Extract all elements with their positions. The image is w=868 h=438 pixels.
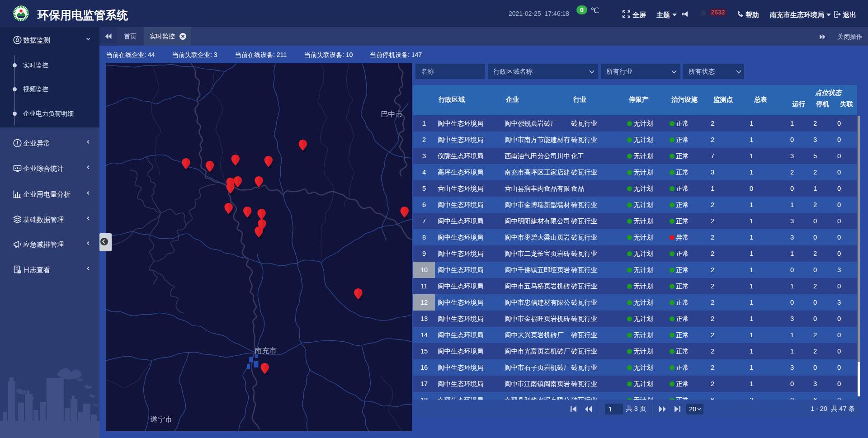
svg-text:遂宁市: 遂宁市: [150, 415, 172, 423]
